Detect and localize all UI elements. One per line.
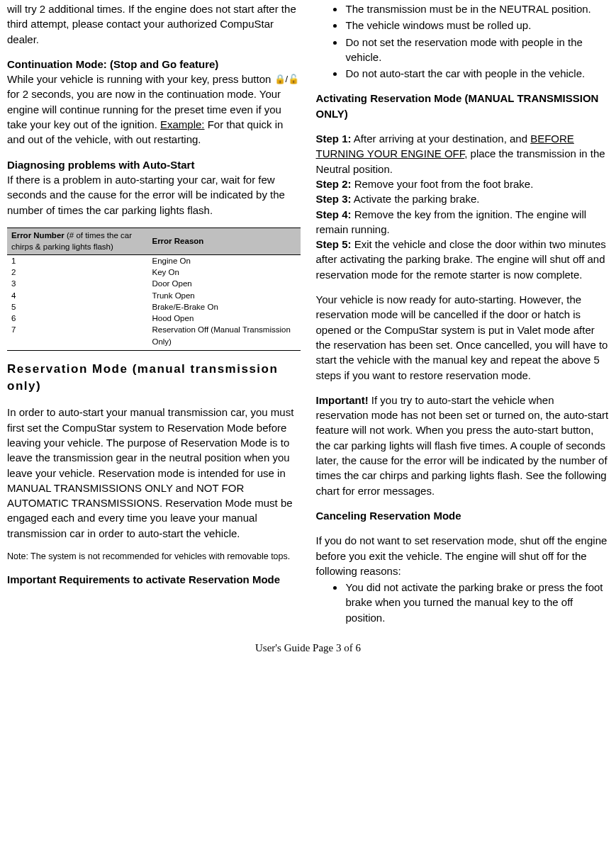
error-reason: Key On [147,266,300,278]
cont-body-a: While your vehicle is running with your … [7,73,274,85]
step-4-label: Step 4: [316,208,352,220]
error-table: Error Number (# of times the car chirps … [7,228,301,351]
right-column: The transmission must be in the NEUTRAL … [316,1,610,635]
error-number: 7 [7,324,147,350]
error-reason: Hood Open [147,313,300,324]
step-3-label: Step 3: [316,193,352,205]
error-reason: Engine On [147,254,300,266]
canceling-heading: Canceling Reservation Mode [316,508,610,523]
step-5: Exit the vehicle and close the door with… [316,238,606,281]
left-column: will try 2 additional times. If the engi… [7,1,301,635]
error-reason: Trunk Open [147,290,300,301]
reservation-body: In order to auto-start your manual trans… [7,405,301,541]
list-item: You did not activate the parking brake o… [345,580,610,625]
table-row: 4Trunk Open [7,290,301,301]
table-row: 6Hood Open [7,313,301,324]
list-item: The transmission must be in the NEUTRAL … [345,1,610,16]
diagnosing-paragraph: Diagnosing problems with Auto-Start If t… [7,157,301,218]
error-number: 2 [7,266,147,278]
step-1-a: After arriving at your destination, and [352,133,531,145]
table-header-2: Error Reason [147,228,300,254]
step-5-label: Step 5: [316,238,352,250]
error-number: 5 [7,301,147,313]
requirement-bullets: The transmission must be in the NEUTRAL … [316,1,610,81]
error-reason: Reservation Off (Manual Transmission Onl… [147,324,300,350]
step-3: Activate the parking brake. [352,193,480,205]
requirements-heading: Important Requirements to activate Reser… [7,572,301,587]
table-row: 7Reservation Off (Manual Transmission On… [7,324,301,350]
list-item: The vehicle windows must be rolled up. [345,18,610,33]
reservation-mode-title: Reservation Mode (manual transmission on… [7,361,301,395]
step-2: Remove your foot from the foot brake. [352,178,534,190]
step-2-label: Step 2: [316,178,352,190]
diagnosing-body: If there is a problem in auto-starting y… [7,174,285,216]
cancel-bullets: You did not activate the parking brake o… [316,580,610,625]
table-row: 5Brake/E-Brake On [7,301,301,313]
error-number: 3 [7,278,147,289]
canceling-body: If you do not want to set reservation mo… [316,533,610,578]
table-row: 3Door Open [7,278,301,289]
activating-heading: Activating Reservation Mode (MANUAL TRAN… [316,91,610,121]
table-row: 2Key On [7,266,301,278]
important-label: Important! [316,394,369,406]
error-number: 4 [7,290,147,301]
diagnosing-heading: Diagnosing problems with Auto-Start [7,159,194,171]
error-reason: Door Open [147,278,300,289]
list-item: Do not set the reservation mode with peo… [345,35,610,65]
step-1-label: Step 1: [316,133,352,145]
important-paragraph: Important! If you try to auto-start the … [316,393,610,498]
important-body: If you try to auto-start the vehicle whe… [316,394,609,497]
page-footer: User's Guide Page 3 of 6 [0,639,616,658]
list-item: Do not auto-start the car with people in… [345,66,610,81]
error-table-body: 1Engine On2Key On3Door Open4Trunk Open5B… [7,254,301,351]
table-header-1-bold: Error Number [11,231,67,240]
example-label: Example: [160,118,205,130]
error-reason: Brake/E-Brake On [147,301,300,313]
reservation-note: Note: The system is not recommended for … [7,551,301,562]
steps-block: Step 1: After arriving at your destinati… [316,131,610,282]
table-header-1: Error Number (# of times the car chirps … [7,228,147,254]
step-4: Remove the key from the ignition. The en… [316,208,587,235]
lock-unlock-icon: 🔒/🔓 [274,74,300,84]
continuation-heading: Continuation Mode: (Stop and Go feature) [7,58,218,70]
page-content: will try 2 additional times. If the engi… [0,0,616,639]
ready-body: Your vehicle is now ready for auto-start… [316,292,610,383]
table-row: 1Engine On [7,254,301,266]
intro-paragraph: will try 2 additional times. If the engi… [7,1,301,47]
error-number: 1 [7,254,147,266]
error-number: 6 [7,313,147,324]
continuation-paragraph: Continuation Mode: (Stop and Go feature)… [7,57,301,147]
